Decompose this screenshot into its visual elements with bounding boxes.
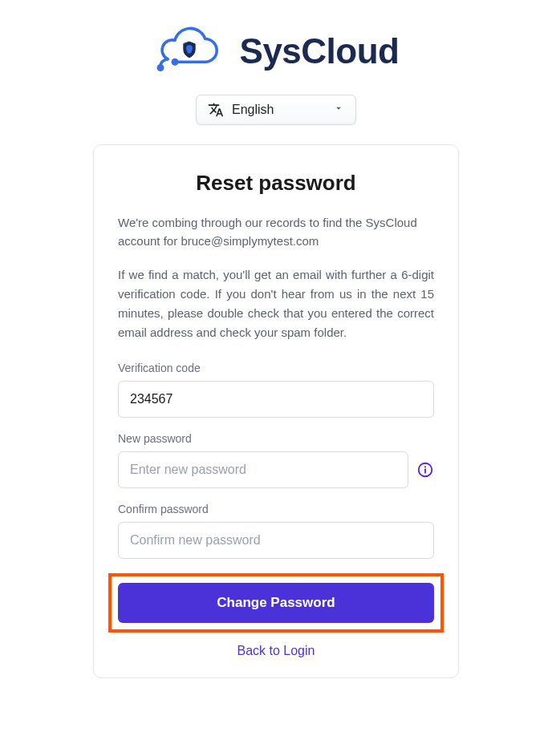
confirm-password-label: Confirm password <box>118 503 434 515</box>
reset-password-card: Reset password We're combing through our… <box>93 144 459 678</box>
verification-code-input[interactable] <box>118 381 434 418</box>
new-password-label: New password <box>118 432 434 445</box>
highlight-box: Change Password <box>108 573 444 633</box>
card-title: Reset password <box>118 171 434 196</box>
back-to-login-link[interactable]: Back to Login <box>94 644 458 658</box>
confirm-password-input[interactable] <box>118 522 434 559</box>
language-label: English <box>232 103 325 117</box>
new-password-input[interactable] <box>118 451 408 488</box>
card-description-2: If we find a match, you'll get an email … <box>118 265 434 342</box>
cloud-shield-icon <box>153 24 225 79</box>
verification-code-label: Verification code <box>118 362 434 374</box>
svg-point-6 <box>424 466 426 467</box>
info-icon[interactable] <box>416 461 434 479</box>
svg-rect-3 <box>189 48 190 51</box>
change-password-button[interactable]: Change Password <box>118 583 434 623</box>
card-description-1: We're combing through our records to fin… <box>118 213 434 251</box>
language-selector[interactable]: English <box>196 95 356 125</box>
svg-point-1 <box>172 60 177 64</box>
chevron-down-icon <box>333 103 344 117</box>
brand-name: SysCloud <box>240 31 400 71</box>
brand-logo-row: SysCloud <box>153 24 400 79</box>
svg-point-0 <box>158 66 162 70</box>
translate-icon <box>208 102 224 118</box>
